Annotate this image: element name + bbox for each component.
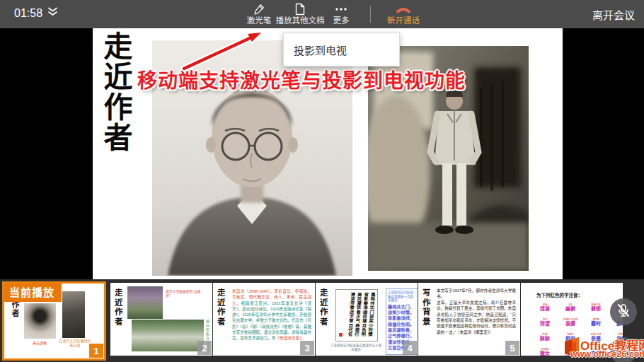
thumb1-caption-left: 朱自清像 (20, 340, 59, 345)
play-other-doc-label: 播放其他文档 (276, 16, 325, 25)
laser-pen-icon (253, 2, 265, 16)
thumbnail-slide-3[interactable]: 走近作者 朱自清（1898-1948），原名自华，字佩弦，号秋实，现代散文家、诗… (213, 283, 315, 356)
toolbar-divider (370, 6, 371, 23)
thumb4-poem-title: 江泽民同志为纪念朱自清诞辰一百周年题诗 (388, 291, 416, 303)
thumb4-page-number: 4 (403, 341, 417, 355)
thumbnail-slide-6[interactable]: 为下列红色的字注音： xiè煤屑 pì幽僻 wēng蓊郁 duó踱着 mí弥望 … (521, 283, 623, 356)
thumb3-page-number: 3 (300, 341, 314, 355)
new-call-label: 新开通话 (387, 16, 420, 25)
pinyin-item: cēn cī参差 (583, 332, 609, 341)
thumb6-pinyin-grid: xiè煤屑 pì幽僻 wēng蓊郁 duó踱着 mí弥望 niǎo nuó袅娜 … (532, 302, 623, 356)
thumb5-page-number: 5 (505, 341, 519, 355)
mic-muted-icon (616, 303, 631, 321)
current-playing-badge: 当前播放 (2, 281, 62, 302)
pinyin-item: bān斑驳 (558, 332, 583, 341)
leave-meeting-button[interactable]: 离开会议 (592, 7, 635, 22)
thumb4-seal-mark (339, 333, 343, 337)
speaker-icon (616, 341, 631, 360)
thumb5-slide-title: 写作背景 (421, 288, 430, 327)
slide-title: 走近作者 (98, 31, 131, 153)
meeting-timer[interactable]: 01:58 (14, 6, 58, 20)
timer-text: 01:58 (14, 7, 42, 20)
thumb1-portrait-photo (24, 303, 56, 339)
thumb2-residence-photo (132, 320, 204, 351)
thumb4-calligraphy-caption: 江泽民同志为纪念朱自清逝世五十周年题诗 (330, 344, 382, 351)
pinyin-item: cháng衣裳 (583, 346, 609, 356)
thumb4-calligraphy-text: 晨鸣共北门谈笑少时情 背影秦淮绿荷塘月色明 高风凝铁骨正气养德行 清淡传香远文章… (347, 292, 376, 337)
pinyin-item: wēng蓊郁 (583, 302, 609, 312)
meeting-screen-share-view: 01:58 激光笔 播放其他文档 更多 (0, 0, 644, 362)
ellipsis-icon (333, 2, 349, 16)
thumb2-page-number: 2 (197, 341, 212, 355)
thumb6-exercise-title: 为下列红色的字注音： (536, 291, 582, 298)
thumb3-biography-text: 朱自清（1898-1948），原名自华，字佩弦，号秋实，现代散文家、诗人、学者、… (232, 288, 311, 341)
slide-thumbnail-strip: 走近作者 当前播放 朱自清像 在清华大学任教时的朱自清 1 走近作者 清华大学校… (0, 279, 644, 362)
pinyin-item: pì幽僻 (558, 302, 583, 312)
more-label: 更多 (333, 16, 350, 25)
pinyin-item: xiān纤腰 (558, 346, 583, 356)
thumbnail-slide-1[interactable]: 走近作者 当前播放 朱自清像 在清华大学任教时的朱自清 1 (2, 281, 106, 361)
thumb4-slide-title: 走近作者 (318, 288, 328, 327)
thumb2-slide-title: 走近作者 (113, 288, 122, 327)
more-dropdown-menu: 投影到电视 (283, 33, 400, 66)
mic-muted-button[interactable] (610, 298, 637, 325)
new-call-button[interactable]: 新开通话 (380, 2, 427, 25)
pinyin-item: shà霎时 (583, 317, 609, 327)
pinyin-item: yuàn媛女 (532, 346, 558, 356)
thumb3-slide-title: 走近作者 (216, 288, 225, 327)
thumb1-page-number: 1 (89, 344, 103, 358)
speaker-button[interactable] (610, 337, 637, 362)
thumbnail-slide-5[interactable]: 写作背景 本文写于1927年7月，那时作者在清华大学教书。 这年，正是大革命失败… (418, 283, 520, 356)
thumb2-pavilion-caption: 清华大学校园里的“自清亭” (166, 290, 204, 298)
thumb1-standing-photo (62, 291, 85, 338)
pinyin-item: mí弥望 (532, 317, 558, 327)
more-button[interactable]: 更多 (327, 2, 355, 25)
thumb4-calligraphy-image: 晨鸣共北门谈笑少时情 背影秦淮绿荷塘月色明 高风凝铁骨正气养德行 清淡传香远文章… (335, 289, 378, 341)
document-icon (294, 2, 306, 16)
pinyin-item: niǎo nuó袅娜 (558, 317, 583, 327)
laser-pen-label: 激光笔 (247, 16, 272, 25)
toolbar: 01:58 激光笔 播放其他文档 更多 (0, 0, 644, 28)
play-other-doc-button[interactable]: 播放其他文档 (270, 2, 330, 25)
thumb5-background-text: 本文写于1927年7月，那时作者在清华大学教书。 这年，正是大革命失败之际，蒋介… (437, 288, 516, 335)
collapse-chevrons-icon[interactable] (47, 6, 58, 20)
bio-segment-red-tail: 《朱自清文集》。 (276, 336, 306, 340)
pinyin-item: xiè煤屑 (532, 302, 558, 312)
thumbnail-slide-2[interactable]: 走近作者 清华大学校园里的“自清亭” 扬州的朱自清故居 2 (110, 283, 212, 356)
thumb1-caption-right: 在清华大学任教时的朱自清 (58, 339, 92, 347)
thumb2-pavilion-photo (127, 286, 163, 319)
bio-segment-teal: 祖籍浙江绍兴。1923年发表长诗《毁灭》，震动当时诗坛。1929年出版诗文集《踪… (232, 301, 311, 341)
phone-handset-icon (396, 2, 411, 16)
pinyin-item: mò脉脉 (532, 332, 558, 341)
annotation-arrow (176, 28, 268, 76)
thumbnail-slide-4[interactable]: 走近作者 晨鸣共北门谈笑少时情 背影秦淮绿荷塘月色明 高风凝铁骨正气养德行 清淡… (316, 283, 418, 356)
project-to-tv-menu-item[interactable]: 投影到电视 (284, 42, 347, 57)
